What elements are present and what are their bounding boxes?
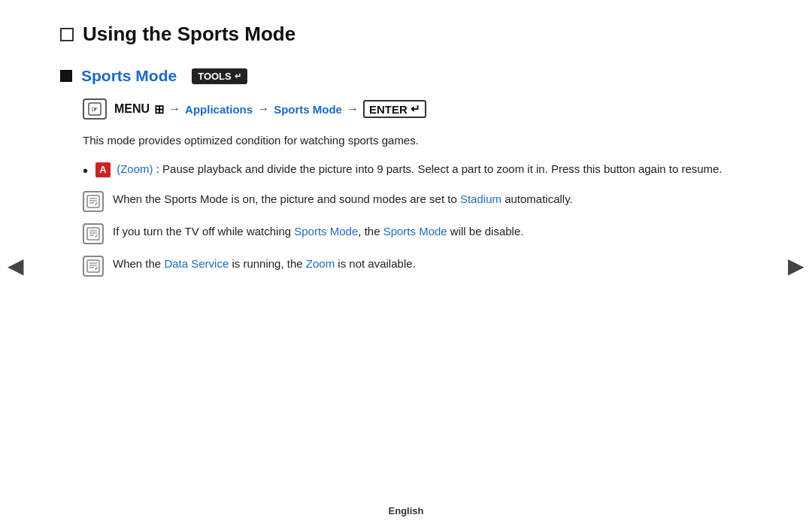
menu-symbol: ⊞	[154, 102, 164, 117]
body-text-content: This mode provides optimized condition f…	[83, 134, 419, 147]
checkbox-icon	[60, 28, 74, 41]
svg-rect-10	[87, 260, 99, 272]
note-2-text-before: If you turn the TV off while watching	[113, 225, 294, 238]
note-1-text: When the Sports Mode is on, the picture …	[113, 190, 573, 208]
arrow-3: →	[347, 102, 359, 116]
zoom-a-badge: A	[95, 162, 111, 177]
section-heading-container: Sports Mode TOOLS ↵	[60, 67, 752, 85]
stadium-link: Stadium	[460, 192, 501, 205]
note-3-text: When the Data Service is running, the Zo…	[113, 255, 416, 273]
sports-mode-menu-link: Sports Mode	[274, 103, 342, 116]
zoom-text: : Pause playback and divide the picture …	[156, 162, 723, 175]
arrow-2: →	[257, 102, 269, 116]
page-title: Using the Sports Mode	[83, 23, 295, 46]
note-icon-2	[83, 223, 104, 244]
footer-language: English	[389, 505, 424, 516]
section-title: Sports Mode	[81, 67, 177, 85]
zoom-link-2: Zoom	[306, 257, 335, 270]
sports-mode-link-1: Sports Mode	[294, 225, 358, 238]
note-2-text: If you turn the TV off while watching Sp…	[113, 223, 523, 241]
applications-link: Applications	[185, 103, 253, 116]
enter-badge: ENTER ↵	[363, 100, 426, 118]
note-item-1: When the Sports Mode is on, the picture …	[83, 190, 752, 212]
note-1-text-before: When the Sports Mode is on, the picture …	[113, 192, 460, 205]
menu-finger-icon: ☞	[83, 98, 107, 120]
tools-badge: TOOLS ↵	[192, 68, 247, 84]
tools-badge-label: TOOLS	[198, 71, 232, 82]
svg-rect-2	[87, 195, 99, 207]
enter-label: ENTER	[369, 103, 408, 116]
footer-text: English	[389, 505, 424, 516]
note-icon-3	[83, 256, 104, 277]
note-3-text-end: is not available.	[335, 257, 416, 270]
bullet-zoom-content: A (Zoom) : Pause playback and divide the…	[95, 160, 723, 178]
tools-return-icon: ↵	[235, 71, 241, 81]
bullet-zoom-item: • A (Zoom) : Pause playback and divide t…	[83, 160, 752, 181]
menu-path: ☞ MENU ⊞ → Applications → Sports Mode → …	[83, 98, 752, 120]
svg-text:☞: ☞	[91, 105, 98, 114]
menu-label: MENU	[114, 102, 150, 116]
data-service-link: Data Service	[164, 257, 229, 270]
black-square-icon	[60, 70, 72, 82]
svg-rect-6	[87, 228, 99, 240]
note-item-3: When the Data Service is running, the Zo…	[83, 255, 752, 277]
nav-arrow-right[interactable]: ▶	[788, 253, 804, 277]
note-1-text-after: automatically.	[501, 192, 573, 205]
nav-arrow-left[interactable]: ◀	[8, 253, 24, 277]
note-2-text-mid: , the	[358, 225, 383, 238]
note-icon-1	[83, 191, 104, 212]
zoom-link: (Zoom)	[117, 162, 153, 175]
main-heading-container: Using the Sports Mode	[60, 23, 752, 46]
bullet-list: • A (Zoom) : Pause playback and divide t…	[83, 160, 752, 181]
note-item-2: If you turn the TV off while watching Sp…	[83, 223, 752, 244]
arrow-1: →	[168, 102, 180, 116]
note-3-text-mid: is running, the	[229, 257, 306, 270]
enter-return-icon: ↵	[411, 102, 420, 116]
body-description: This mode provides optimized condition f…	[83, 132, 752, 150]
note-2-text-end: will be disable.	[447, 225, 524, 238]
note-3-text-before: When the	[113, 257, 164, 270]
bullet-dot: •	[83, 160, 88, 181]
sports-mode-link-2: Sports Mode	[383, 225, 447, 238]
